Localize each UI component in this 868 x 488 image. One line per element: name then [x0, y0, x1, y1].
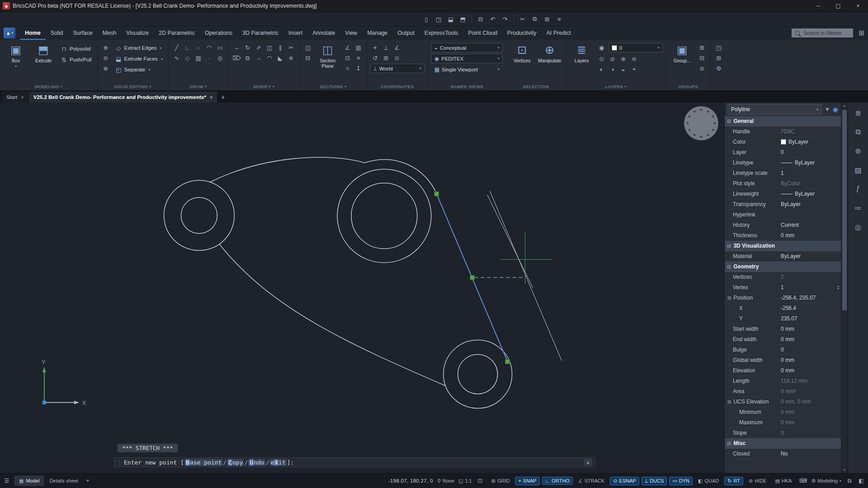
add-layout-button[interactable]: + — [84, 476, 92, 485]
section-settings-icon[interactable]: ◫ — [303, 43, 313, 52]
layer-on-icon[interactable]: ⊙ — [597, 54, 607, 64]
union-icon[interactable]: ⊕ — [101, 43, 111, 52]
paste-icon[interactable]: ⊞ — [542, 14, 552, 24]
group-label-layers[interactable]: LAYERS▾ — [569, 83, 663, 90]
section-3d-visualization[interactable]: ⊟3D Visualization — [725, 241, 841, 251]
body-hub-arc[interactable] — [365, 160, 437, 194]
attachments-panel-icon[interactable]: ⊚ — [852, 145, 864, 157]
cut-icon[interactable]: ✂ — [517, 14, 528, 24]
circle-icon[interactable]: ○ — [193, 43, 203, 52]
property-value[interactable]: 0 mm — [781, 409, 841, 415]
donut-icon[interactable]: ◎ — [215, 53, 225, 63]
layout-tab-details-sheet[interactable]: Details sheet — [47, 478, 80, 483]
property-value[interactable]: No — [781, 450, 841, 457]
scale-icon[interactable]: ⇗ — [254, 43, 264, 52]
navigation-compass[interactable] — [684, 106, 718, 141]
property-value[interactable]: 0 — [781, 149, 841, 155]
grip-end[interactable] — [505, 359, 510, 364]
close-button[interactable]: × — [848, 0, 868, 12]
ribbon-tab-surface[interactable]: Surface — [68, 26, 98, 40]
clip-display-icon[interactable]: ⊟ — [303, 53, 313, 63]
toggle-hide[interactable]: ⊘HIDE — [745, 477, 770, 485]
ribbon-tab-point-cloud[interactable]: Point Cloud — [463, 26, 502, 40]
eye-icon[interactable]: ◉ — [833, 106, 838, 113]
live-section-icon[interactable]: ≡ — [354, 53, 363, 63]
property-value[interactable]: Current — [781, 222, 841, 228]
annotation-scale[interactable]: ◱ 1:1 — [458, 478, 472, 484]
save-icon[interactable]: ⬓ — [445, 14, 456, 24]
property-value[interactable]: -256.4, 235.07 — [781, 295, 841, 301]
ucs-combobox[interactable]: ⟂ World ▾ — [370, 64, 425, 73]
layer-thaw-icon[interactable]: ⊖ — [629, 54, 639, 64]
property-value[interactable]: 2 — [781, 274, 841, 280]
section-plane-button[interactable]: ◫ Section Plane — [315, 41, 340, 83]
group-label-selection[interactable]: SELECTION — [509, 83, 562, 90]
extract-edges-button[interactable]: ◇ Extract Edges▾ — [113, 43, 165, 53]
annotation-lock[interactable]: ⚲ None — [437, 478, 454, 484]
ribbon-tab-2d-parametric[interactable]: 2D Parametric — [154, 26, 200, 40]
displays-icon[interactable]: ⧉ — [845, 476, 854, 485]
stretch-icon[interactable]: → — [254, 53, 264, 63]
property-value[interactable]: 0 mm — [781, 367, 841, 374]
property-value[interactable]: 1▴▾ — [781, 284, 841, 291]
file-open-icon[interactable]: ◳ — [433, 14, 444, 24]
ucs-view-icon[interactable]: ⊙ — [392, 53, 402, 63]
ribbon-tab-expresstools[interactable]: ExpressTools — [420, 26, 463, 40]
layers-panel-icon[interactable]: ⧉ — [852, 126, 864, 138]
intersect-icon[interactable]: ⊗ — [101, 64, 111, 73]
polygon-icon[interactable]: ◇ — [183, 53, 193, 63]
layers-button[interactable]: ≣ Layers — [569, 41, 594, 83]
properties-panel-icon[interactable]: ≣ — [852, 107, 864, 119]
search-input[interactable] — [802, 30, 849, 36]
mirror-icon[interactable]: ◫ — [264, 43, 274, 52]
menu-icon[interactable]: ☰ — [3, 476, 11, 485]
polyline-icon[interactable]: ∟ — [183, 43, 193, 52]
polysolid-button[interactable]: ⊓ Polysolid — [58, 44, 94, 54]
panel-toggle-icon[interactable]: ◳ — [714, 43, 724, 52]
property-value[interactable]: 0 mm² — [781, 388, 841, 394]
toggle-grid[interactable]: ⊞GRID — [488, 477, 513, 485]
remove-from-group-icon[interactable]: ⊟ — [697, 53, 707, 63]
extrude-button[interactable]: ⬒ Extrude — [31, 41, 56, 83]
property-value[interactable]: ByLayer — [781, 139, 841, 145]
filter-icon[interactable]: ▼ — [825, 106, 830, 113]
command-option-base-point[interactable]: Base point — [184, 459, 222, 466]
file-new-icon[interactable]: ▯ — [421, 14, 432, 24]
command-history-button[interactable]: ▲ — [584, 459, 592, 466]
application-button[interactable]: ▲▾ — [4, 28, 15, 38]
structure-panel-icon[interactable]: ≔ — [852, 202, 864, 214]
body-top-curve[interactable] — [210, 157, 365, 182]
group-label-modify[interactable]: MODIFY▾ — [232, 83, 296, 90]
property-value[interactable]: ByLayer — [781, 201, 841, 207]
workspace-switcher[interactable]: ⚙ Modeling ▾ — [811, 478, 841, 484]
model-tab[interactable]: ▦ Model — [14, 476, 44, 486]
toggle-snap[interactable]: ⌖SNAP — [515, 477, 539, 485]
section-misc[interactable]: ⊟Misc — [725, 438, 841, 449]
doc-tab-bell-crank[interactable]: V25.2 Bell Crank Demo- Performance and P… — [29, 92, 217, 103]
properties-scrollbar[interactable]: ▴ ▾ — [841, 103, 848, 473]
toggle-hka[interactable]: ▤HKA — [772, 477, 795, 485]
ribbon-search[interactable] — [792, 28, 853, 38]
hatch-icon[interactable]: ▨ — [193, 53, 203, 63]
section-line-icon[interactable]: ∠ — [343, 43, 353, 52]
bottom-hub-outer-circle[interactable] — [443, 340, 512, 408]
section-volume-icon[interactable]: ⊡ — [343, 53, 353, 63]
trim-icon[interactable]: ✂ — [286, 43, 296, 52]
copy-icon[interactable]: ⧉ — [529, 14, 540, 24]
scrollbar-thumb[interactable] — [842, 110, 847, 310]
ribbon-settings-icon[interactable]: ⚙ — [714, 64, 724, 73]
minimize-button[interactable]: ─ — [808, 0, 828, 12]
ghost-edge-2[interactable] — [487, 195, 533, 288]
copy-entity-icon[interactable]: ⧉ — [243, 53, 253, 63]
group-label-coordinates[interactable]: COORDINATES — [370, 83, 425, 90]
ribbon-tab-annotate[interactable]: Annotate — [307, 26, 340, 40]
mechanical-browser-panel-icon[interactable]: ƒ — [852, 183, 864, 195]
property-value[interactable]: ByLayer — [781, 191, 841, 197]
hatch-panel-icon[interactable]: ▨ — [852, 164, 864, 176]
ucs-z-axis-icon[interactable]: ∠ — [392, 43, 402, 52]
property-value[interactable]: 0 mm, 0 mm — [781, 399, 841, 405]
layer-bulb-icon[interactable]: ◉ — [597, 43, 607, 52]
ribbon-tab-solid[interactable]: Solid — [46, 26, 68, 40]
ribbon-tab-insert[interactable]: Insert — [283, 26, 307, 40]
layer-off-icon[interactable]: ⊘ — [608, 54, 618, 64]
